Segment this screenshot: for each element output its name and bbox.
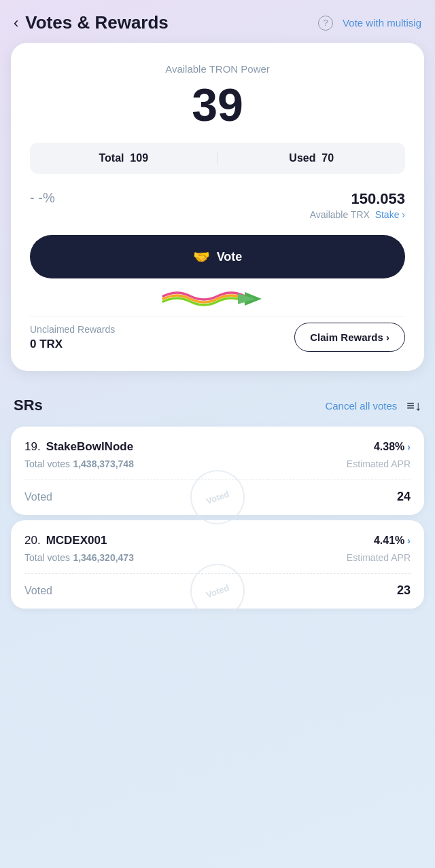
vote-icon: 🤝 <box>193 249 210 265</box>
stats-row: Total 109 Used 70 <box>30 143 405 174</box>
available-tron-power-label: Available TRON Power <box>30 63 405 75</box>
stake-link[interactable]: Stake › <box>375 209 405 220</box>
used-stat: Used 70 <box>218 152 406 164</box>
sr-total-value-1: 1,438,373,748 <box>73 458 134 469</box>
sr-apr-chevron-1: › <box>407 441 411 452</box>
back-button[interactable]: ‹ <box>14 14 18 32</box>
sr-card-2: 20. MCDEX001 4.41% › Total votes 1,346,3… <box>11 520 424 609</box>
sr-apr-2[interactable]: 4.41% › <box>374 535 411 547</box>
srs-title: SRs <box>14 397 43 414</box>
sr-voted-label-2: Voted <box>24 585 52 597</box>
header: ‹ Votes & Rewards ? Vote with multisig <box>0 0 435 43</box>
sr-card-1: 19. StakeBowlNode 4.38% › Total votes 1,… <box>11 427 424 515</box>
sr-apr-1[interactable]: 4.38% › <box>374 441 411 453</box>
sr-voted-count-2: 23 <box>397 583 411 598</box>
sr-voted-count-1: 24 <box>397 490 411 504</box>
sr-apr-value-1: 4.38% <box>374 441 404 453</box>
help-button[interactable]: ? <box>318 16 333 31</box>
info-row: - -% 150.053 Available TRX Stake › <box>30 190 405 220</box>
apr-value: - -% <box>30 190 55 206</box>
page-title: Votes & Rewards <box>25 12 313 33</box>
multisig-link[interactable]: Vote with multisig <box>343 17 421 29</box>
cancel-all-votes-link[interactable]: Cancel all votes <box>325 400 397 412</box>
claim-rewards-button[interactable]: Claim Rewards › <box>294 323 405 352</box>
sr-total-label-2: Total votes <box>24 552 70 563</box>
sr-apr-chevron-2: › <box>407 535 411 546</box>
rewards-amount: 0 TRX <box>30 338 115 351</box>
vote-button[interactable]: 🤝 Vote <box>30 235 405 278</box>
sr-apr-value-2: 4.41% <box>374 535 404 547</box>
sr-rank-2: 20. <box>24 534 41 547</box>
total-stat: Total 109 <box>30 152 218 164</box>
sr-votes-row-1: Total votes 1,438,373,748 Estimated APR <box>24 458 411 470</box>
used-value: 70 <box>321 152 334 164</box>
sr-voted-label-1: Voted <box>24 491 52 503</box>
available-trx-label: Available TRX <box>310 209 370 220</box>
total-label: Total <box>99 152 124 164</box>
sr-top-row-1: 19. StakeBowlNode 4.38% › <box>24 440 411 454</box>
sr-total-label-1: Total votes <box>24 458 70 469</box>
rewards-row: Unclaimed Rewards 0 TRX Claim Rewards › <box>30 317 405 352</box>
arrow-decoration <box>30 277 405 307</box>
sr-bottom-row-2: Voted Voted 23 <box>24 583 411 598</box>
srs-actions: Cancel all votes ≡↓ <box>325 398 421 414</box>
sr-votes-row-2: Total votes 1,346,320,473 Estimated APR <box>24 551 411 564</box>
sr-rank-1: 19. <box>24 440 41 454</box>
sr-name-1[interactable]: StakeBowlNode <box>46 440 133 454</box>
trx-amount: 150.053 <box>310 190 405 208</box>
srs-header: SRs Cancel all votes ≡↓ <box>0 384 435 421</box>
used-label: Used <box>289 152 315 164</box>
sr-estimated-apr-label-1: Estimated APR <box>347 458 411 469</box>
sr-top-row-2: 20. MCDEX001 4.41% › <box>24 534 411 547</box>
total-value: 109 <box>130 152 148 164</box>
rewards-left: Unclaimed Rewards 0 TRX <box>30 324 115 351</box>
sr-rank-name-2: 20. MCDEX001 <box>24 534 107 547</box>
sort-icon[interactable]: ≡↓ <box>406 398 421 414</box>
sr-bottom-row-1: Voted Voted 24 <box>24 490 411 504</box>
trx-sub: Available TRX Stake › <box>310 209 405 220</box>
sr-name-2[interactable]: MCDEX001 <box>46 534 107 547</box>
sr-estimated-apr-label-2: Estimated APR <box>347 552 411 563</box>
unclaimed-rewards-label: Unclaimed Rewards <box>30 324 115 335</box>
vote-btn-label: Vote <box>217 250 243 264</box>
trx-block: 150.053 Available TRX Stake › <box>310 190 405 220</box>
sr-rank-name-1: 19. StakeBowlNode <box>24 440 133 454</box>
sr-total-value-2: 1,346,320,473 <box>73 552 134 563</box>
power-number: 39 <box>30 82 405 128</box>
voted-stamp-2: Voted <box>183 556 253 626</box>
main-card: Available TRON Power 39 Total 109 Used 7… <box>11 43 424 371</box>
